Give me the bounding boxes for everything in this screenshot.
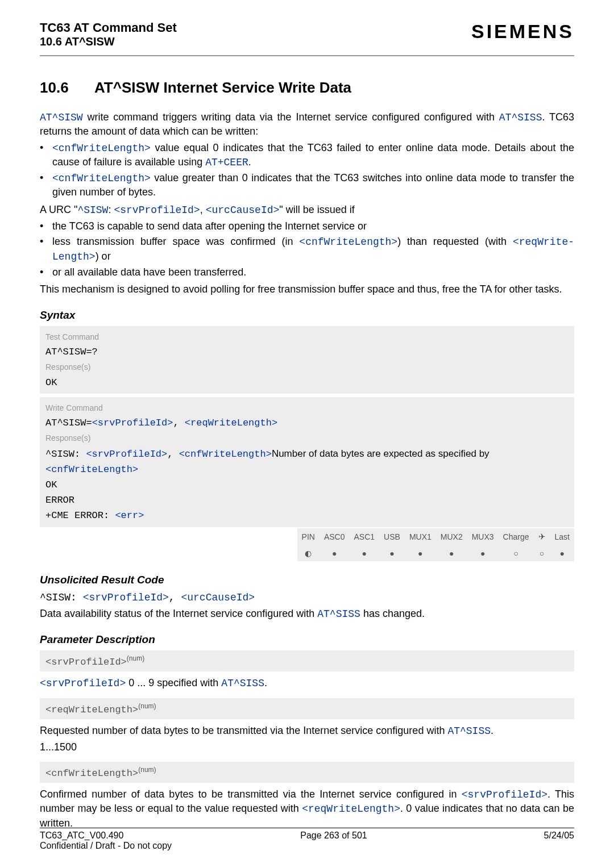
header-left: TC63 AT Command Set 10.6 AT^SISW [40, 20, 177, 48]
link-at-siss[interactable]: AT^SISS [221, 678, 264, 689]
col-charge: Charge [499, 528, 534, 545]
pin-indicator: ◐ [297, 545, 320, 561]
intro-text: write command triggers writing data via … [83, 111, 499, 123]
bullet-4: less transmission buffer space was confi… [40, 235, 574, 264]
link-cnfwritelength[interactable]: <cnfWriteLength> [299, 236, 397, 248]
intro-para-1: AT^SISW write command triggers writing d… [40, 110, 574, 139]
param-type: (num) [138, 702, 156, 710]
text: , [173, 418, 184, 428]
text: : [108, 204, 114, 215]
write-response: ^SISW: <srvProfileId>, <cnfWriteLength>N… [45, 446, 569, 477]
param-type: (num) [138, 766, 156, 774]
matrix-data-row: ◐ ● ● ● ● ● ● ○ ○ ● [297, 545, 574, 561]
section-title: 10.6AT^SISW Internet Service Write Data [40, 79, 574, 97]
dot-icon: ● [320, 545, 350, 561]
intro-bullets-1: <cnfWriteLength> value equal 0 indicates… [40, 141, 574, 199]
text: has changed. [360, 608, 425, 619]
urc-heading: Unsolicited Result Code [40, 574, 574, 586]
intro-para-2: A URC "^SISW: <srvProfileId>, <urcCauseI… [40, 203, 574, 217]
link-at-sisw[interactable]: AT^SISW [40, 112, 83, 123]
text: A URC " [40, 204, 77, 215]
bullet-3: the TC63 is capable to send data after o… [40, 219, 574, 233]
circle-icon: ○ [499, 545, 534, 561]
syntax-heading: Syntax [40, 309, 574, 322]
bullet-2: <cnfWriteLength> value greater than 0 in… [40, 171, 574, 199]
page-header: TC63 AT Command Set 10.6 AT^SISW SIEMENS [40, 0, 574, 55]
response-ok: OK [45, 375, 569, 390]
col-mux2: MUX2 [436, 528, 467, 545]
link-cnfwritelength[interactable]: <cnfWriteLength> [45, 464, 138, 475]
col-mux1: MUX1 [405, 528, 436, 545]
link-cnfwritelength[interactable]: <cnfWriteLength> [52, 173, 151, 184]
param-reqwritelength-code: <reqWriteLength>(num) [40, 698, 574, 719]
write-command: AT^SISW=<srvProfileId>, <reqWriteLength> [45, 415, 569, 431]
text: 0 ... 9 specified with [126, 677, 221, 688]
param-name: <reqWriteLength> [45, 704, 138, 715]
col-mux3: MUX3 [467, 528, 499, 545]
bullet-text: . [248, 156, 251, 168]
param-type: (num) [127, 654, 144, 662]
intro-para-3: This mechanism is designed to avoid poll… [40, 282, 574, 296]
response-label: Response(s) [45, 360, 569, 374]
footer-date: 5/24/05 [544, 831, 574, 841]
link-srvprofileid[interactable]: <srvProfileId> [83, 592, 169, 603]
write-command-label: Write Command [45, 400, 569, 415]
text: " will be issued if [279, 204, 354, 215]
bullet-5: or all available data have been transfer… [40, 265, 574, 279]
param-name: <cnfWriteLength> [45, 768, 138, 779]
text: . [491, 725, 493, 736]
col-last: Last [550, 528, 574, 545]
footer-docid: TC63_ATC_V00.490 [40, 831, 123, 841]
col-airplane: ✈ [534, 528, 550, 545]
param-cnfwritelength-code: <cnfWriteLength>(num) [40, 762, 574, 783]
link-cnfwritelength[interactable]: <cnfWriteLength> [52, 143, 151, 154]
col-pin: PIN [297, 528, 320, 545]
text: Number of data bytes are expected as spe… [272, 448, 489, 459]
link-srvprofileid[interactable]: <srvProfileId> [462, 789, 547, 800]
response-cme: +CME ERROR: <err> [45, 508, 569, 523]
param-name: <srvProfileId> [45, 657, 127, 667]
page-footer: TC63_ATC_V00.490 Page 263 of 501 5/24/05… [40, 828, 574, 851]
link-urccauseid[interactable]: <urcCauseId> [181, 592, 255, 603]
bullet-text: ) or [96, 251, 111, 262]
param-cnfwritelength-desc: Confirmed number of data bytes to be tra… [40, 787, 574, 830]
dot-icon: ● [550, 545, 574, 561]
param-srvprofileid-code: <srvProfileId>(num) [40, 650, 574, 671]
link-reqwritelength[interactable]: <reqWriteLength> [302, 803, 400, 815]
test-command: AT^SISW=? [45, 344, 569, 360]
section-title-text: AT^SISW Internet Service Write Data [94, 79, 351, 96]
link-err[interactable]: <err> [115, 510, 144, 521]
text: , [169, 592, 181, 603]
brand-logo: SIEMENS [471, 20, 574, 43]
text: Data availability status of the Internet… [40, 608, 317, 619]
intro-bullets-2: the TC63 is capable to send data after o… [40, 219, 574, 279]
link-cnfwritelength[interactable]: <cnfWriteLength> [179, 449, 272, 460]
link-srvprofileid[interactable]: <srvProfileId> [40, 678, 126, 689]
text: +CME ERROR: [45, 510, 115, 521]
link-at-ceer[interactable]: AT+CEER [205, 157, 248, 168]
link-srvprofileid[interactable]: <srvProfileId> [86, 449, 167, 460]
link-srvprofileid[interactable]: <srvProfileId> [92, 418, 173, 428]
urc-desc: Data availability status of the Internet… [40, 607, 574, 621]
text: , [167, 449, 179, 460]
header-rule [40, 55, 574, 56]
footer-confidential: Confidential / Draft - Do not copy [40, 841, 574, 851]
link-srvprofileid[interactable]: <srvProfileId> [114, 205, 200, 216]
link-at-siss[interactable]: AT^SISS [317, 608, 360, 620]
link-sisw[interactable]: ^SISW [77, 205, 108, 216]
link-reqwritelength[interactable]: <reqWriteLength> [185, 418, 277, 428]
response-ok: OK [45, 477, 569, 493]
link-at-siss[interactable]: AT^SISS [447, 725, 491, 737]
text: ^SISW: [45, 449, 86, 460]
footer-rule [40, 828, 574, 828]
response-label: Response(s) [45, 431, 569, 445]
link-urccauseid[interactable]: <urcCauseId> [206, 205, 280, 216]
param-reqwritelength-desc: Requested number of data bytes to be tra… [40, 724, 574, 738]
col-usb: USB [379, 528, 405, 545]
section-number: 10.6 [40, 79, 94, 97]
dot-icon: ● [379, 545, 405, 561]
doc-title: TC63 AT Command Set [40, 20, 177, 35]
test-command-label: Test Command [45, 329, 569, 344]
col-asc1: ASC1 [350, 528, 380, 545]
link-at-siss[interactable]: AT^SISS [499, 112, 542, 123]
